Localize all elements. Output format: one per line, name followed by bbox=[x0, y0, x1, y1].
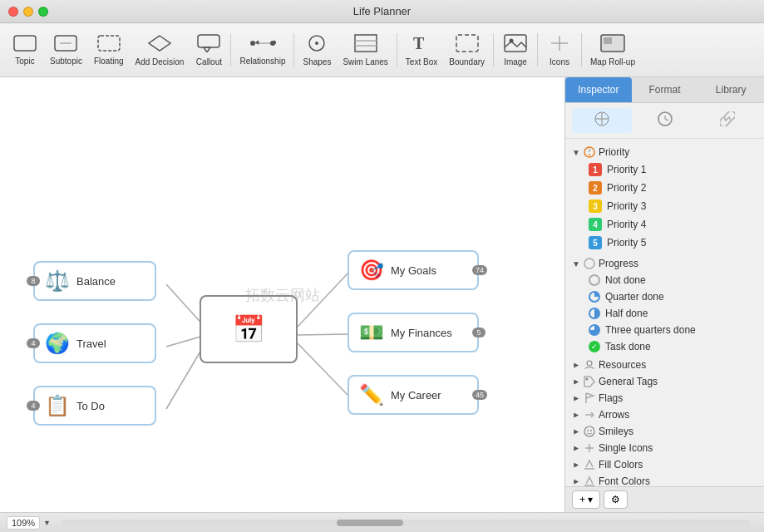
priority-4-item[interactable]: 4 Priority 4 bbox=[565, 215, 764, 234]
node-mygoals[interactable]: 🎯 My Goals 74 bbox=[347, 250, 479, 290]
central-icon: 📅 bbox=[232, 313, 265, 345]
fill-colors-label: Fill Colors bbox=[599, 459, 643, 470]
flags-header[interactable]: ▼ Flags bbox=[565, 390, 764, 406]
shapes-label: Shapes bbox=[303, 57, 331, 66]
svg-marker-6 bbox=[204, 47, 210, 52]
image-icon bbox=[504, 34, 527, 56]
progress-header[interactable]: ▼ Progress bbox=[565, 255, 764, 272]
tool-floating[interactable]: Floating bbox=[89, 27, 129, 73]
not-done-item[interactable]: Not done bbox=[565, 272, 764, 288]
scrollbar-thumb[interactable] bbox=[337, 520, 403, 526]
quarter-done-label: Quarter done bbox=[605, 291, 664, 303]
priority-5-item[interactable]: 5 Priority 5 bbox=[565, 234, 764, 252]
general-tags-header[interactable]: ▼ General Tags bbox=[565, 373, 764, 390]
panel-tabs: Inspector Format Library bbox=[565, 77, 764, 103]
font-colors-header[interactable]: ▼ Font Colors bbox=[565, 473, 764, 486]
task-done-item[interactable]: ✓ Task done bbox=[565, 338, 764, 355]
tool-icons[interactable]: Icons bbox=[541, 27, 578, 73]
tab-library[interactable]: Library bbox=[697, 77, 764, 102]
tool-relationship[interactable]: Relationship bbox=[234, 27, 290, 73]
general-tags-arrow: ▼ bbox=[571, 377, 580, 386]
tool-image[interactable]: Image bbox=[497, 27, 534, 73]
boundary-label: Boundary bbox=[449, 57, 485, 66]
right-panel: Inspector Format Library ▼ Prior bbox=[564, 77, 764, 512]
goals-icon: 🎯 bbox=[359, 259, 384, 282]
tool-map-rollup[interactable]: Map Roll-up bbox=[585, 27, 640, 73]
single-icons-label: Single Icons bbox=[599, 442, 653, 454]
priority-3-item[interactable]: 3 Priority 3 bbox=[565, 197, 764, 215]
svg-line-36 bbox=[665, 119, 668, 121]
zoom-arrow[interactable]: ▼ bbox=[43, 519, 51, 527]
general-tags-label: General Tags bbox=[599, 376, 658, 387]
three-quarters-item[interactable]: Three quarters done bbox=[565, 322, 764, 338]
tab-inspector[interactable]: Inspector bbox=[565, 77, 632, 102]
svg-point-48 bbox=[584, 426, 594, 436]
todo-badge: 4 bbox=[27, 401, 40, 411]
single-icons-header[interactable]: ▼ Single Icons bbox=[565, 440, 764, 456]
panel-bottom: + ▾ ⚙ bbox=[565, 486, 764, 512]
fill-colors-header[interactable]: ▼ Fill Colors bbox=[565, 456, 764, 473]
minimize-button[interactable] bbox=[23, 7, 33, 17]
not-done-circle bbox=[589, 274, 600, 286]
node-mycareer[interactable]: ✏️ My Career 45 bbox=[347, 375, 479, 415]
section-priority: ▼ Priority 1 Priority 1 2 Priority 2 3 P… bbox=[565, 142, 764, 254]
tool-shapes[interactable]: Shapes bbox=[298, 27, 336, 73]
finances-label: My Finances bbox=[391, 327, 452, 339]
tool-text-box[interactable]: T Text Box bbox=[401, 27, 442, 73]
horizontal-scrollbar[interactable] bbox=[61, 520, 751, 526]
resources-arrow: ▼ bbox=[571, 361, 580, 369]
balance-icon: ⚖️ bbox=[45, 269, 70, 293]
priority-1-item[interactable]: 1 Priority 1 bbox=[565, 160, 764, 179]
tool-boundary[interactable]: Boundary bbox=[444, 27, 490, 73]
window-title: Life Planner bbox=[353, 5, 411, 17]
svg-point-13 bbox=[315, 42, 318, 45]
font-colors-label: Font Colors bbox=[599, 475, 650, 486]
p5-badge: 5 bbox=[589, 236, 602, 249]
main-area: 📅 8 ⚖️ Balance 4 🌍 Travel 4 📋 To Do 🎯 My… bbox=[0, 77, 764, 512]
svg-point-43 bbox=[585, 378, 588, 381]
tool-callout[interactable]: Callout bbox=[190, 27, 227, 73]
node-central[interactable]: 📅 bbox=[200, 295, 298, 363]
node-myfinances[interactable]: 💵 My Finances 5 bbox=[347, 313, 479, 352]
tool-add-decision[interactable]: Add Decision bbox=[131, 27, 190, 73]
settings-button[interactable]: ⚙ bbox=[604, 490, 628, 509]
task-done-label: Task done bbox=[605, 341, 651, 352]
svg-point-50 bbox=[590, 430, 592, 431]
arrows-header[interactable]: ▼ Arrows bbox=[565, 406, 764, 423]
priority-header[interactable]: ▼ Priority bbox=[565, 144, 764, 160]
todo-label: To Do bbox=[76, 400, 105, 412]
window-controls[interactable] bbox=[8, 7, 48, 17]
section-progress: ▼ Progress Not done Quarter done Ha bbox=[565, 254, 764, 357]
tool-swim-lanes[interactable]: Swim Lanes bbox=[338, 27, 392, 73]
close-button[interactable] bbox=[8, 7, 18, 17]
quarter-done-item[interactable]: Quarter done bbox=[565, 288, 764, 305]
priority-2-item[interactable]: 2 Priority 2 bbox=[565, 179, 764, 197]
smileys-arrow: ▼ bbox=[571, 427, 580, 436]
resources-header[interactable]: ▼ Resources bbox=[565, 357, 764, 373]
add-button[interactable]: + ▾ bbox=[572, 490, 600, 509]
travel-label: Travel bbox=[76, 337, 106, 350]
subtab-plus[interactable] bbox=[572, 108, 632, 133]
smileys-header[interactable]: ▼ Smileys bbox=[565, 423, 764, 440]
flags-arrow: ▼ bbox=[571, 394, 580, 402]
three-quarters-circle bbox=[589, 324, 600, 336]
canvas[interactable]: 📅 8 ⚖️ Balance 4 🌍 Travel 4 📋 To Do 🎯 My… bbox=[0, 77, 564, 512]
priority-title: Priority bbox=[599, 146, 629, 158]
task-done-circle: ✓ bbox=[589, 341, 600, 352]
node-todo[interactable]: 4 📋 To Do bbox=[33, 386, 156, 426]
half-done-item[interactable]: Half done bbox=[565, 305, 764, 322]
svg-rect-0 bbox=[14, 36, 36, 51]
goals-badge: 74 bbox=[472, 265, 487, 275]
image-label: Image bbox=[504, 57, 527, 66]
subtab-clock[interactable] bbox=[635, 108, 695, 133]
subtab-link[interactable] bbox=[697, 108, 757, 133]
node-balance[interactable]: 8 ⚖️ Balance bbox=[33, 261, 156, 301]
tool-topic[interactable]: Topic bbox=[7, 27, 43, 73]
tab-format[interactable]: Format bbox=[632, 77, 698, 102]
text-box-icon: T bbox=[410, 34, 433, 56]
tool-subtopic[interactable]: Subtopic bbox=[45, 27, 87, 73]
maximize-button[interactable] bbox=[38, 7, 48, 17]
boundary-icon bbox=[456, 34, 479, 56]
node-travel[interactable]: 4 🌍 Travel bbox=[33, 323, 156, 363]
flags-label: Flags bbox=[599, 392, 623, 404]
